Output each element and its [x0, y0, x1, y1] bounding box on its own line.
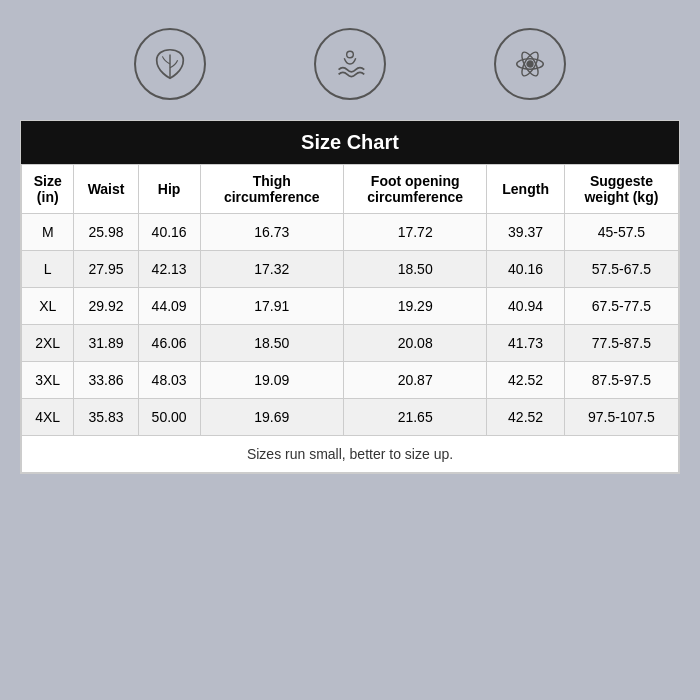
table-cell: 3XL	[22, 362, 74, 399]
table-cell: 67.5-77.5	[564, 288, 678, 325]
table-cell: 40.16	[487, 251, 564, 288]
table-cell: 40.94	[487, 288, 564, 325]
col-hip: Hip	[138, 165, 200, 214]
table-row: XL29.9244.0917.9119.2940.9467.5-77.5	[22, 288, 679, 325]
table-cell: 2XL	[22, 325, 74, 362]
table-cell: 17.91	[200, 288, 343, 325]
table-cell: 25.98	[74, 214, 138, 251]
table-cell: 31.89	[74, 325, 138, 362]
table-cell: XL	[22, 288, 74, 325]
table-cell: L	[22, 251, 74, 288]
table-cell: 16.73	[200, 214, 343, 251]
table-cell: 45-57.5	[564, 214, 678, 251]
table-cell: 27.95	[74, 251, 138, 288]
table-row: L27.9542.1317.3218.5040.1657.5-67.5	[22, 251, 679, 288]
table-row: 2XL31.8946.0618.5020.0841.7377.5-87.5	[22, 325, 679, 362]
table-cell: 20.08	[343, 325, 486, 362]
leaf-icon	[134, 28, 206, 100]
table-cell: 19.69	[200, 399, 343, 436]
table-cell: 20.87	[343, 362, 486, 399]
table-cell: 18.50	[200, 325, 343, 362]
table-row: 4XL35.8350.0019.6921.6542.5297.5-107.5	[22, 399, 679, 436]
col-length: Length	[487, 165, 564, 214]
table-cell: 29.92	[74, 288, 138, 325]
col-foot: Foot openingcircumference	[343, 165, 486, 214]
table-cell: 50.00	[138, 399, 200, 436]
table-cell: 33.86	[74, 362, 138, 399]
table-cell: 18.50	[343, 251, 486, 288]
table-row: 3XL33.8648.0319.0920.8742.5287.5-97.5	[22, 362, 679, 399]
table-cell: M	[22, 214, 74, 251]
table-cell: 44.09	[138, 288, 200, 325]
col-size: Size(in)	[22, 165, 74, 214]
table-cell: 57.5-67.5	[564, 251, 678, 288]
table-cell: 35.83	[74, 399, 138, 436]
col-weight: Suggesteweight (kg)	[564, 165, 678, 214]
table-cell: 17.32	[200, 251, 343, 288]
col-thigh: Thighcircumference	[200, 165, 343, 214]
table-cell: 48.03	[138, 362, 200, 399]
table-cell: 19.09	[200, 362, 343, 399]
table-cell: 40.16	[138, 214, 200, 251]
table-cell: 17.72	[343, 214, 486, 251]
table-cell: 19.29	[343, 288, 486, 325]
table-cell: 87.5-97.5	[564, 362, 678, 399]
icons-row	[0, 0, 700, 120]
size-table: Size(in) Waist Hip Thighcircumference Fo…	[21, 164, 679, 436]
table-cell: 97.5-107.5	[564, 399, 678, 436]
table-cell: 42.52	[487, 362, 564, 399]
table-row: M25.9840.1616.7317.7239.3745-57.5	[22, 214, 679, 251]
wave-icon	[314, 28, 386, 100]
table-cell: 77.5-87.5	[564, 325, 678, 362]
table-title: Size Chart	[21, 121, 679, 164]
table-header-row: Size(in) Waist Hip Thighcircumference Fo…	[22, 165, 679, 214]
table-cell: 21.65	[343, 399, 486, 436]
table-cell: 41.73	[487, 325, 564, 362]
col-waist: Waist	[74, 165, 138, 214]
size-chart-container: Size Chart Size(in) Waist Hip Thighcircu…	[20, 120, 680, 474]
svg-point-1	[347, 51, 354, 58]
table-cell: 42.52	[487, 399, 564, 436]
table-cell: 46.06	[138, 325, 200, 362]
svg-point-2	[527, 61, 533, 67]
footer-note: Sizes run small, better to size up.	[21, 436, 679, 473]
atom-icon	[494, 28, 566, 100]
table-cell: 4XL	[22, 399, 74, 436]
table-cell: 39.37	[487, 214, 564, 251]
table-cell: 42.13	[138, 251, 200, 288]
